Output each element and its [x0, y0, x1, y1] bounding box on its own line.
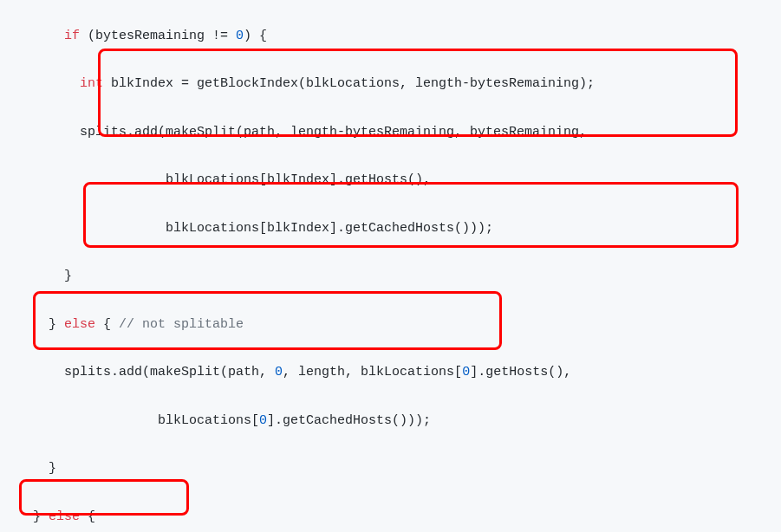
code-text: blkIndex = getBlockIndex(blkLocations, l… — [103, 76, 595, 91]
code-text: } — [17, 509, 49, 524]
keyword-else: else — [64, 317, 95, 332]
indent — [17, 29, 64, 43]
code-text: blkLocations[blkIndex].getHosts(), — [17, 172, 431, 187]
code-line: int blkIndex = getBlockIndex(blkLocation… — [17, 72, 764, 96]
code-line: blkLocations[blkIndex].getCachedHosts())… — [17, 217, 764, 241]
code-text: { — [80, 509, 95, 524]
number-literal: 0 — [462, 365, 470, 380]
code-text: blkLocations[blkIndex].getCachedHosts())… — [17, 221, 493, 236]
code-line: blkLocations[0].getCachedHosts())); — [17, 409, 764, 433]
code-text: splits.add(makeSplit(path, — [17, 365, 275, 380]
code-line: splits.add(makeSplit(path, length-bytesR… — [17, 120, 764, 145]
code-text: ].getCachedHosts())); — [267, 413, 431, 428]
code-text: ].getHosts(), — [470, 365, 571, 380]
code-line: } — [17, 264, 764, 289]
number-literal: 0 — [275, 365, 283, 380]
keyword-if: if — [64, 29, 80, 43]
code-line: splits.add(makeSplit(path, 0, length, bl… — [17, 360, 764, 385]
comment: // not splitable — [119, 317, 244, 332]
code-line: if (bytesRemaining != 0) { — [17, 24, 764, 49]
keyword-else: else — [49, 509, 80, 524]
code-text: } — [17, 269, 72, 283]
code-text: ) { — [244, 29, 267, 43]
code-block: if (bytesRemaining != 0) { int blkIndex … — [0, 0, 781, 532]
code-text: (bytesRemaining != — [80, 29, 236, 43]
code-text: , length, blkLocations[ — [283, 365, 462, 380]
number-literal: 0 — [236, 29, 244, 43]
code-line: } — [17, 457, 764, 481]
code-text: splits.add(makeSplit(path, length-bytesR… — [17, 125, 587, 139]
code-text: } — [17, 317, 64, 332]
number-literal: 0 — [259, 413, 267, 428]
code-line: } else { — [17, 505, 764, 529]
code-line: blkLocations[blkIndex].getHosts(), — [17, 168, 764, 192]
code-text: } — [17, 461, 56, 476]
code-text: { — [95, 317, 119, 332]
indent — [17, 76, 80, 91]
keyword-int: int — [80, 76, 103, 91]
code-text: blkLocations[ — [17, 413, 259, 428]
code-line: } else { // not splitable — [17, 313, 764, 337]
